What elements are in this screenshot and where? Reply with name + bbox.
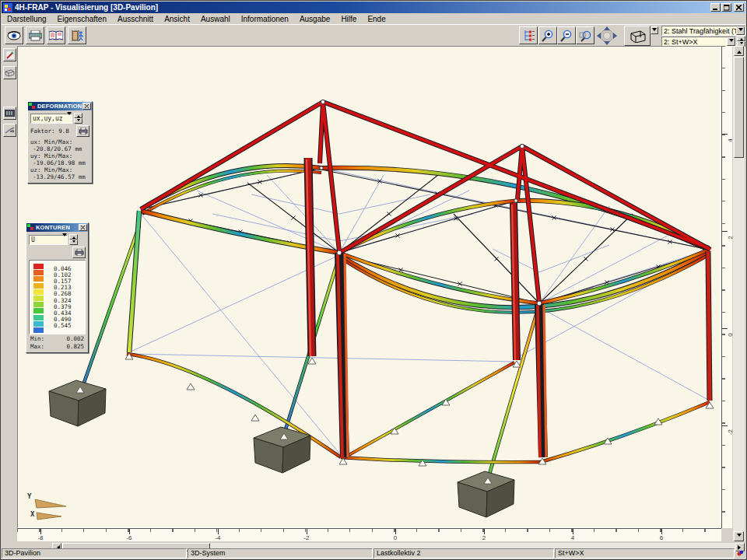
menu-eigenschaften[interactable]: Eigenschaften xyxy=(52,15,112,23)
base-beams xyxy=(127,354,710,462)
scale-swatch xyxy=(33,264,44,269)
print-button[interactable] xyxy=(26,26,44,44)
faktor-value: 9.8 xyxy=(58,128,69,135)
ruler-label: 4 xyxy=(565,534,580,541)
konturen-panel-titlebar[interactable]: KONTUREN xyxy=(26,223,88,232)
chevron-down-icon xyxy=(729,39,734,44)
konturen-print-button[interactable] xyxy=(72,247,86,258)
scale-swatch xyxy=(33,270,44,275)
viewport-3d[interactable]: Y X DEFORMATION ux,uy,uz xyxy=(17,46,721,528)
deformation-combo[interactable]: ux,uy,uz xyxy=(30,114,72,124)
max-label: Max: xyxy=(30,343,44,350)
deformation-panel-title: DEFORMATION xyxy=(37,103,82,110)
view-3d-dropdown[interactable] xyxy=(651,26,658,34)
values-panel-button[interactable] xyxy=(3,107,16,120)
result-combo[interactable]: 2: Stahl Tragfähigkeit (Th. 2. O xyxy=(661,26,745,36)
zoom-in-icon xyxy=(542,30,554,42)
spinner-up[interactable] xyxy=(69,234,78,240)
view-3d-button[interactable] xyxy=(624,26,651,46)
titlebar[interactable]: 4H-FRAP - Visualisierung [3D-Pavilion] xyxy=(2,2,745,13)
value-display-icon xyxy=(5,110,15,117)
menu-ansicht[interactable]: Ansicht xyxy=(159,15,195,23)
chevron-up-icon xyxy=(740,37,743,40)
menu-informationen[interactable]: Informationen xyxy=(236,15,294,23)
menu-ausgabe[interactable]: Ausgabe xyxy=(294,15,335,23)
left-toolbar xyxy=(2,46,17,540)
result-combo-arrow[interactable] xyxy=(736,26,745,35)
model-view-button[interactable] xyxy=(3,66,16,79)
spinner-up[interactable] xyxy=(74,113,82,118)
maximize-button[interactable] xyxy=(721,3,731,12)
cube-3d-icon xyxy=(628,29,647,43)
support-triangles xyxy=(125,353,714,466)
close-button[interactable] xyxy=(734,3,744,12)
menu-ausschnitt[interactable]: Ausschnitt xyxy=(112,15,159,23)
menu-auswahl[interactable]: Auswahl xyxy=(195,15,236,23)
pan-control[interactable] xyxy=(596,26,618,46)
spinner-down[interactable] xyxy=(69,240,78,245)
konturen-combo-value: U xyxy=(30,236,62,243)
printer-icon xyxy=(29,30,42,41)
manual-button[interactable] xyxy=(47,26,65,44)
spinner-up[interactable] xyxy=(737,36,745,41)
pan-icon xyxy=(596,26,618,46)
axis-y-arrow xyxy=(35,499,66,508)
spinner-down[interactable] xyxy=(74,118,82,124)
tree-options-button[interactable] xyxy=(519,26,538,44)
deformation-spinner[interactable] xyxy=(74,113,82,124)
deformation-panel-close[interactable] xyxy=(82,103,91,110)
axis-x-arrow xyxy=(37,513,61,520)
minimize-button[interactable] xyxy=(710,3,721,12)
edit-mode-button[interactable] xyxy=(3,48,16,61)
ruler-tick xyxy=(40,529,41,534)
chevron-down-icon xyxy=(62,233,67,246)
menu-darstellung[interactable]: Darstellung xyxy=(2,15,52,23)
menu-ende[interactable]: Ende xyxy=(362,15,391,23)
vertical-scrollbar[interactable] xyxy=(733,46,745,541)
scroll-up-button[interactable] xyxy=(734,46,744,56)
app-icon xyxy=(3,3,12,12)
ruler-vertical: 420-2 xyxy=(721,46,732,528)
ruler-label: 2 xyxy=(476,534,492,541)
scale-swatch xyxy=(33,308,44,313)
ruler-tick xyxy=(661,529,662,534)
deformation-panel-titlebar[interactable]: DEFORMATION xyxy=(28,102,92,110)
exit-door-icon xyxy=(72,30,83,41)
deformation-combo-arrow[interactable] xyxy=(67,115,72,122)
ux-label: ux: Min/Max: xyxy=(30,138,89,145)
structure-scene: Y X xyxy=(18,47,721,528)
ruler-label: 0 xyxy=(388,534,403,541)
konturen-panel-close[interactable] xyxy=(79,224,87,231)
loadcase-combo-arrow[interactable] xyxy=(727,37,735,46)
zoom-in-button[interactable] xyxy=(538,26,557,44)
uz-label: uz: Min/Max: xyxy=(30,166,89,173)
ux-value: -20.8/20.67 mm xyxy=(30,145,89,152)
exit-button[interactable] xyxy=(68,26,86,44)
vertical-scroll-thumb[interactable] xyxy=(734,57,744,158)
svg-text:X: X xyxy=(30,510,35,518)
loadcase-combo-value: 2: St+W>X xyxy=(662,38,727,46)
menubar: Darstellung Eigenschaften Ausschnitt Ans… xyxy=(2,13,745,24)
zoom-out-button[interactable] xyxy=(557,26,576,44)
cable-turnbuckles xyxy=(189,180,672,286)
clamp-tool-icon xyxy=(5,126,15,135)
ruler-label: -4 xyxy=(210,534,226,541)
chevron-down-icon xyxy=(738,28,743,33)
section-tool-button[interactable] xyxy=(3,124,16,137)
deformation-print-button[interactable] xyxy=(76,125,89,137)
printer-small-icon xyxy=(79,128,88,135)
application-window: 4H-FRAP - Visualisierung [3D-Pavilion] D… xyxy=(0,0,747,560)
ruler-tick xyxy=(218,529,219,534)
scale-swatch xyxy=(33,302,44,307)
view-button[interactable] xyxy=(5,26,23,44)
scroll-down-button[interactable] xyxy=(734,531,744,541)
chevron-up-icon xyxy=(737,48,742,54)
loadcase-spinner[interactable] xyxy=(737,36,745,47)
menu-hilfe[interactable]: Hilfe xyxy=(335,15,362,23)
printer-small-icon xyxy=(75,249,84,256)
konturen-combo[interactable]: U xyxy=(29,235,68,245)
konturen-combo-arrow[interactable] xyxy=(62,236,67,243)
book-icon xyxy=(49,30,63,40)
konturen-spinner[interactable] xyxy=(69,234,78,245)
zoom-window-button[interactable] xyxy=(576,26,594,44)
